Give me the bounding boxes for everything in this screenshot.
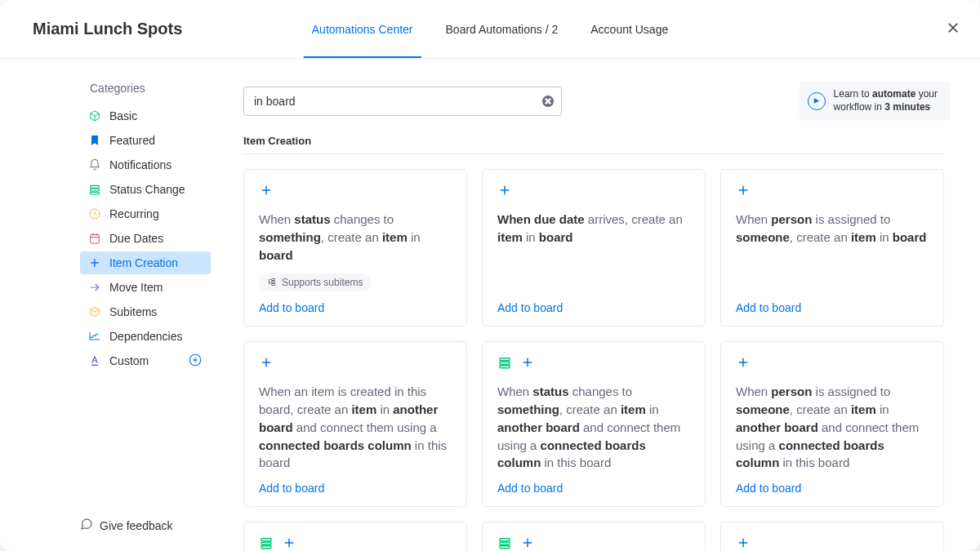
automation-template-card[interactable]: When due date arrives, create an item in… — [482, 169, 706, 327]
automation-template-card[interactable]: When an item is created in this board, c… — [243, 341, 467, 507]
card-icons — [259, 183, 452, 201]
svg-rect-13 — [261, 542, 271, 544]
sidebar-item-status-change[interactable]: Status Change — [80, 178, 211, 201]
categories-heading: Categories — [90, 82, 211, 95]
svg-rect-8 — [272, 284, 275, 286]
cube-icon — [88, 109, 101, 122]
app-header: Miami Lunch Spots Automations CenterBoar… — [0, 0, 980, 59]
svg-rect-16 — [500, 542, 510, 544]
automation-template-card[interactable]: When status changes to — [243, 522, 467, 551]
dep-icon — [88, 330, 101, 343]
clear-search-button[interactable] — [542, 96, 554, 107]
status-icon — [259, 535, 274, 551]
svg-rect-9 — [500, 358, 510, 361]
plus-icon — [88, 256, 101, 269]
template-description: When an item is created in this board, c… — [259, 383, 452, 472]
plus-icon — [520, 355, 535, 373]
main-panel: Learn to automate your workflow in 3 min… — [220, 59, 980, 551]
card-icons — [736, 183, 929, 201]
templates-grid: When status changes to something, create… — [243, 169, 951, 551]
add-to-board-link[interactable]: Add to board — [259, 301, 452, 314]
svg-rect-1 — [91, 189, 100, 191]
card-icons — [736, 535, 929, 551]
automation-template-card[interactable]: When status changes to something, create… — [482, 341, 706, 507]
plus-icon — [736, 183, 751, 201]
svg-rect-17 — [500, 546, 510, 549]
card-icons — [497, 535, 690, 551]
categories-list: BasicFeaturedNotificationsStatus ChangeR… — [10, 104, 211, 374]
play-icon — [808, 92, 826, 110]
template-description: When person is assigned to someone, crea… — [736, 211, 929, 247]
plus-icon — [520, 535, 535, 551]
template-description: When status changes to something, create… — [497, 383, 690, 472]
card-icons — [259, 535, 452, 551]
promo-text: Learn to automate your workflow in 3 min… — [834, 88, 938, 113]
header-tabs: Automations CenterBoard Automations / 2A… — [312, 0, 668, 58]
add-custom-button[interactable] — [188, 353, 203, 370]
give-feedback-label: Give feedback — [100, 519, 173, 532]
sidebar-item-subitems[interactable]: Subitems — [80, 300, 211, 323]
automation-template-card[interactable]: When an item is created in this — [720, 522, 944, 551]
status-icon — [88, 183, 101, 196]
give-feedback-link[interactable]: Give feedback — [80, 518, 211, 533]
section-heading: Item Creation — [243, 135, 944, 154]
automation-template-card[interactable]: When status changes to — [482, 522, 706, 551]
search-wrapper — [243, 87, 562, 116]
plus-icon — [497, 183, 512, 201]
svg-rect-7 — [272, 282, 275, 283]
svg-rect-11 — [500, 366, 510, 368]
sidebar-item-notifications[interactable]: Notifications — [80, 153, 211, 176]
svg-rect-0 — [91, 185, 100, 188]
add-to-board-link[interactable]: Add to board — [736, 482, 929, 495]
svg-rect-15 — [500, 539, 510, 541]
box-icon — [88, 305, 101, 318]
template-description: When person is assigned to someone, crea… — [736, 383, 929, 472]
template-description: When due date arrives, create an item in… — [497, 211, 690, 247]
add-to-board-link[interactable]: Add to board — [497, 482, 690, 495]
sidebar-item-custom[interactable]: Custom — [80, 349, 211, 372]
card-icons — [736, 355, 929, 373]
plus-icon — [259, 355, 274, 373]
sidebar-item-due-dates[interactable]: Due Dates — [80, 227, 211, 250]
board-title: Miami Lunch Spots — [33, 20, 182, 38]
add-to-board-link[interactable]: Add to board — [259, 482, 452, 495]
search-input[interactable] — [243, 87, 562, 116]
tab-board-automations-2[interactable]: Board Automations / 2 — [446, 0, 559, 58]
plus-icon — [736, 535, 751, 551]
sidebar-item-move-item[interactable]: Move Item — [80, 276, 211, 299]
sidebar: Categories BasicFeaturedNotificationsSta… — [0, 59, 220, 551]
learn-automate-promo[interactable]: Learn to automate your workflow in 3 min… — [800, 82, 951, 120]
plus-icon — [736, 355, 751, 373]
tab-automations-center[interactable]: Automations Center — [312, 0, 413, 58]
add-to-board-link[interactable]: Add to board — [736, 301, 929, 314]
add-to-board-link[interactable]: Add to board — [497, 301, 690, 314]
card-icons — [259, 355, 452, 373]
svg-rect-12 — [261, 539, 271, 541]
bookmark-icon — [88, 134, 101, 147]
svg-rect-14 — [261, 546, 271, 549]
status-icon — [497, 535, 512, 551]
sidebar-item-dependencies[interactable]: Dependencies — [80, 325, 211, 348]
supports-subitems-badge: Supports subitems — [259, 273, 371, 291]
bell-icon — [88, 158, 101, 171]
automation-template-card[interactable]: When status changes to something, create… — [243, 169, 467, 327]
card-icons — [497, 183, 690, 201]
plus-icon — [282, 535, 296, 551]
svg-rect-2 — [91, 192, 100, 194]
automation-template-card[interactable]: When person is assigned to someone, crea… — [720, 169, 944, 327]
status-icon — [497, 355, 512, 373]
sidebar-item-item-creation[interactable]: Item Creation — [80, 251, 211, 274]
chat-icon — [80, 518, 93, 533]
calendar-icon — [88, 232, 101, 245]
svg-rect-10 — [500, 362, 510, 365]
sidebar-item-recurring[interactable]: Recurring — [80, 202, 211, 225]
tab-account-usage[interactable]: Account Usage — [590, 0, 668, 58]
svg-rect-4 — [91, 234, 100, 243]
clock-icon — [88, 207, 101, 220]
close-button[interactable] — [946, 20, 960, 38]
plus-icon — [259, 183, 274, 201]
automation-template-card[interactable]: When person is assigned to someone, crea… — [720, 341, 944, 507]
sidebar-item-featured[interactable]: Featured — [80, 129, 211, 152]
template-description: When status changes to something, create… — [259, 211, 452, 264]
sidebar-item-basic[interactable]: Basic — [80, 104, 211, 127]
